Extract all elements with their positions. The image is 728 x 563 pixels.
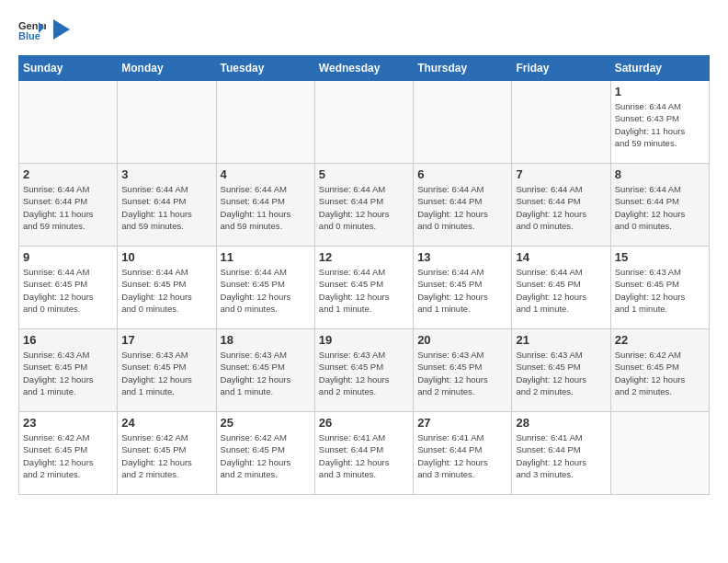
weekday-header-sunday: Sunday — [19, 56, 118, 81]
logo: General Blue — [18, 18, 70, 40]
day-info: Sunrise: 6:44 AM Sunset: 6:45 PM Dayligh… — [417, 266, 507, 315]
calendar-cell: 8Sunrise: 6:44 AM Sunset: 6:44 PM Daylig… — [610, 164, 709, 247]
calendar-cell: 11Sunrise: 6:44 AM Sunset: 6:45 PM Dayli… — [216, 247, 314, 329]
day-info: Sunrise: 6:42 AM Sunset: 6:45 PM Dayligh… — [23, 431, 113, 480]
calendar-cell: 2Sunrise: 6:44 AM Sunset: 6:44 PM Daylig… — [19, 164, 118, 247]
calendar-cell: 28Sunrise: 6:41 AM Sunset: 6:44 PM Dayli… — [512, 412, 610, 495]
calendar-cell: 6Sunrise: 6:44 AM Sunset: 6:44 PM Daylig… — [414, 164, 512, 247]
day-info: Sunrise: 6:44 AM Sunset: 6:44 PM Dayligh… — [221, 183, 311, 232]
day-info: Sunrise: 6:44 AM Sunset: 6:45 PM Dayligh… — [516, 266, 606, 315]
calendar-cell: 24Sunrise: 6:42 AM Sunset: 6:45 PM Dayli… — [118, 412, 216, 495]
day-number: 23 — [23, 416, 113, 430]
calendar-cell — [414, 81, 512, 164]
page-header: General Blue — [18, 18, 710, 40]
calendar-cell — [610, 412, 709, 495]
calendar-cell: 7Sunrise: 6:44 AM Sunset: 6:44 PM Daylig… — [512, 164, 610, 247]
day-info: Sunrise: 6:41 AM Sunset: 6:44 PM Dayligh… — [516, 431, 606, 480]
day-number: 10 — [121, 250, 211, 264]
day-number: 7 — [516, 167, 606, 181]
day-info: Sunrise: 6:44 AM Sunset: 6:43 PM Dayligh… — [615, 100, 705, 149]
calendar-cell: 3Sunrise: 6:44 AM Sunset: 6:44 PM Daylig… — [118, 164, 216, 247]
calendar-cell: 18Sunrise: 6:43 AM Sunset: 6:45 PM Dayli… — [216, 329, 314, 412]
calendar-cell: 10Sunrise: 6:44 AM Sunset: 6:45 PM Dayli… — [118, 247, 216, 329]
day-info: Sunrise: 6:41 AM Sunset: 6:44 PM Dayligh… — [417, 431, 507, 480]
logo-arrow-icon — [53, 19, 70, 40]
weekday-header-thursday: Thursday — [414, 56, 512, 81]
day-info: Sunrise: 6:43 AM Sunset: 6:45 PM Dayligh… — [417, 349, 507, 397]
calendar-cell — [512, 81, 610, 164]
day-number: 27 — [417, 416, 507, 430]
calendar-cell: 1Sunrise: 6:44 AM Sunset: 6:43 PM Daylig… — [610, 81, 709, 164]
day-number: 14 — [516, 250, 606, 264]
day-number: 26 — [319, 416, 409, 430]
day-number: 24 — [121, 416, 211, 430]
day-info: Sunrise: 6:44 AM Sunset: 6:44 PM Dayligh… — [319, 183, 409, 232]
calendar-cell — [118, 81, 216, 164]
day-info: Sunrise: 6:43 AM Sunset: 6:45 PM Dayligh… — [615, 266, 705, 315]
day-number: 17 — [121, 333, 211, 347]
calendar-cell — [314, 81, 413, 164]
day-info: Sunrise: 6:43 AM Sunset: 6:45 PM Dayligh… — [516, 349, 606, 397]
calendar-cell: 19Sunrise: 6:43 AM Sunset: 6:45 PM Dayli… — [314, 329, 413, 412]
day-info: Sunrise: 6:44 AM Sunset: 6:45 PM Dayligh… — [23, 266, 113, 315]
day-info: Sunrise: 6:43 AM Sunset: 6:45 PM Dayligh… — [221, 349, 311, 397]
day-info: Sunrise: 6:43 AM Sunset: 6:45 PM Dayligh… — [121, 349, 211, 397]
weekday-header-friday: Friday — [512, 56, 610, 81]
calendar-cell: 14Sunrise: 6:44 AM Sunset: 6:45 PM Dayli… — [512, 247, 610, 329]
day-number: 18 — [221, 333, 311, 347]
calendar-cell: 15Sunrise: 6:43 AM Sunset: 6:45 PM Dayli… — [610, 247, 709, 329]
calendar-table: SundayMondayTuesdayWednesdayThursdayFrid… — [18, 55, 710, 495]
day-info: Sunrise: 6:44 AM Sunset: 6:45 PM Dayligh… — [319, 266, 409, 315]
day-info: Sunrise: 6:42 AM Sunset: 6:45 PM Dayligh… — [615, 349, 705, 397]
calendar-cell: 17Sunrise: 6:43 AM Sunset: 6:45 PM Dayli… — [118, 329, 216, 412]
calendar-cell — [19, 81, 118, 164]
weekday-header-wednesday: Wednesday — [314, 56, 413, 81]
day-number: 11 — [221, 250, 311, 264]
day-info: Sunrise: 6:42 AM Sunset: 6:45 PM Dayligh… — [221, 431, 311, 480]
calendar-cell: 25Sunrise: 6:42 AM Sunset: 6:45 PM Dayli… — [216, 412, 314, 495]
calendar-cell: 23Sunrise: 6:42 AM Sunset: 6:45 PM Dayli… — [19, 412, 118, 495]
day-info: Sunrise: 6:43 AM Sunset: 6:45 PM Dayligh… — [319, 349, 409, 397]
day-number: 8 — [615, 167, 705, 181]
calendar-cell: 21Sunrise: 6:43 AM Sunset: 6:45 PM Dayli… — [512, 329, 610, 412]
calendar-cell: 4Sunrise: 6:44 AM Sunset: 6:44 PM Daylig… — [216, 164, 314, 247]
calendar-cell: 16Sunrise: 6:43 AM Sunset: 6:45 PM Dayli… — [19, 329, 118, 412]
calendar-cell: 27Sunrise: 6:41 AM Sunset: 6:44 PM Dayli… — [414, 412, 512, 495]
day-number: 28 — [516, 416, 606, 430]
day-info: Sunrise: 6:44 AM Sunset: 6:44 PM Dayligh… — [121, 183, 211, 232]
day-number: 22 — [615, 333, 705, 347]
logo-icon: General Blue — [18, 18, 46, 40]
day-info: Sunrise: 6:44 AM Sunset: 6:45 PM Dayligh… — [221, 266, 311, 315]
day-info: Sunrise: 6:42 AM Sunset: 6:45 PM Dayligh… — [121, 431, 211, 480]
day-number: 21 — [516, 333, 606, 347]
calendar-cell: 9Sunrise: 6:44 AM Sunset: 6:45 PM Daylig… — [19, 247, 118, 329]
day-number: 19 — [319, 333, 409, 347]
day-number: 5 — [319, 167, 409, 181]
day-number: 15 — [615, 250, 705, 264]
calendar-cell: 5Sunrise: 6:44 AM Sunset: 6:44 PM Daylig… — [314, 164, 413, 247]
day-number: 12 — [319, 250, 409, 264]
day-info: Sunrise: 6:43 AM Sunset: 6:45 PM Dayligh… — [23, 349, 113, 397]
day-number: 16 — [23, 333, 113, 347]
day-number: 20 — [417, 333, 507, 347]
calendar-cell: 13Sunrise: 6:44 AM Sunset: 6:45 PM Dayli… — [414, 247, 512, 329]
day-info: Sunrise: 6:44 AM Sunset: 6:44 PM Dayligh… — [615, 183, 705, 232]
weekday-header-tuesday: Tuesday — [216, 56, 314, 81]
calendar-cell: 12Sunrise: 6:44 AM Sunset: 6:45 PM Dayli… — [314, 247, 413, 329]
day-number: 13 — [417, 250, 507, 264]
weekday-header-monday: Monday — [118, 56, 216, 81]
day-number: 9 — [23, 250, 113, 264]
day-info: Sunrise: 6:44 AM Sunset: 6:44 PM Dayligh… — [417, 183, 507, 232]
svg-text:Blue: Blue — [18, 30, 40, 40]
day-number: 25 — [221, 416, 311, 430]
day-number: 2 — [23, 167, 113, 181]
day-number: 1 — [615, 85, 705, 98]
calendar-cell: 20Sunrise: 6:43 AM Sunset: 6:45 PM Dayli… — [414, 329, 512, 412]
calendar-cell: 22Sunrise: 6:42 AM Sunset: 6:45 PM Dayli… — [610, 329, 709, 412]
calendar-cell — [216, 81, 314, 164]
day-info: Sunrise: 6:44 AM Sunset: 6:44 PM Dayligh… — [516, 183, 606, 232]
day-number: 4 — [221, 167, 311, 181]
day-number: 6 — [417, 167, 507, 181]
day-number: 3 — [121, 167, 211, 181]
weekday-header-saturday: Saturday — [610, 56, 709, 81]
